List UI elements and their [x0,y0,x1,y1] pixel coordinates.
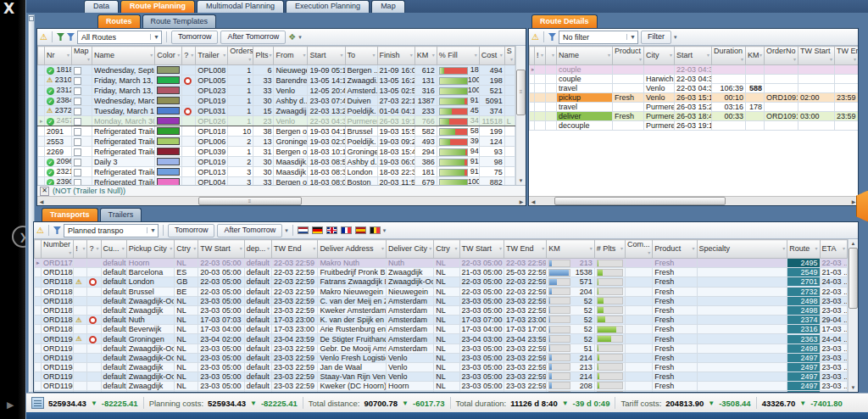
route-badge[interactable]: 2497 [787,372,819,381]
details-horizontal-scrollbar[interactable]: ◀▶ [529,196,858,205]
transport-row[interactable]: ORD1193defaultZwaagdijk-OostNL23-03 05:0… [35,353,848,362]
column-header[interactable]: Product▾ [653,240,697,259]
column-header[interactable]: ?▾ [87,240,101,259]
column-header[interactable]: Route▾ [787,240,820,259]
column-filter-icon[interactable]: ▾ [693,244,695,254]
column-filter-icon[interactable]: ▾ [410,51,413,60]
map-checkbox[interactable] [74,169,81,176]
column-filter-icon[interactable]: ▾ [150,51,153,60]
route-badge[interactable]: 2316 [787,325,819,333]
transport-view-dropdown[interactable]: Planned transpo▼ [64,224,159,237]
warning-icon[interactable]: ⚠ [531,33,539,42]
transport-row[interactable]: ORD1196defaultZwaagdijkNL23-03 05:00defa… [35,381,848,390]
column-filter-icon[interactable]: ▾ [499,244,502,254]
transport-row[interactable]: ▸ORD1172defaultHoornNL22-03 05:00default… [35,259,848,268]
column-header[interactable]: KM▾ [547,240,594,259]
column-header[interactable]: ▾ [546,47,557,65]
scroll-left-icon[interactable]: ◀ [37,198,46,204]
map-checkbox[interactable] [74,138,81,146]
column-header[interactable]: KM▾ [746,47,765,65]
column-filter-icon[interactable]: ▾ [97,244,99,254]
route-detail-row[interactable]: coupleHarwich22-03 04:35 [530,75,859,84]
route-badge[interactable]: 2497 [787,391,819,392]
routes-vertical-scrollbar[interactable]: ≡▼ [515,46,526,185]
column-filter-icon[interactable]: ▾ [303,51,305,60]
column-header[interactable]: % Fill▾ [437,47,479,65]
column-filter-icon[interactable]: ▾ [87,55,90,64]
transport-row[interactable]: ORD1188⚠defaultNuthNL17-03 07:03default1… [35,315,848,325]
route-view-dropdown[interactable]: All Routes▼ [77,31,162,44]
column-filter-icon[interactable]: ▾ [191,51,193,60]
column-filter-icon[interactable]: ▾ [170,244,172,254]
column-header[interactable]: Map▾ [72,47,92,65]
rail-collapse-icon[interactable] [29,16,34,21]
column-header[interactable]: OrderNo▾ [765,47,798,65]
column-filter-icon[interactable]: ▾ [815,244,818,254]
column-header[interactable]: # Plts▾ [594,240,625,259]
transport-row[interactable]: ORD1191defaultZwaagdijk-OostNL23-03 05:0… [35,344,848,353]
column-header[interactable]: Com...▾ [625,240,652,259]
column-header[interactable]: Specialty▾ [697,240,787,259]
column-filter-icon[interactable]: ▾ [69,249,71,258]
column-filter-icon[interactable]: ▾ [313,244,315,254]
column-header[interactable]: dep...▾ [244,240,271,259]
button-tomorrow[interactable]: Tomorrow [171,31,219,44]
column-filter-icon[interactable]: ▾ [830,55,832,64]
flag-gb-icon[interactable] [326,226,337,234]
route-badge[interactable]: 2701 [787,277,819,286]
column-filter-icon[interactable]: ▾ [373,51,376,60]
route-row[interactable]: 2091Refrigerated Trailer...OPL0181038Ber… [38,126,515,137]
transport-row[interactable]: ORD1185defaultBrusselBE22-03 05:00defaul… [35,287,848,296]
column-header[interactable]: Plts▾ [253,47,274,65]
route-badge[interactable]: 2495 [787,259,819,267]
button-tomorrow[interactable]: Tomorrow [168,224,215,237]
column-filter-icon[interactable]: ▾ [240,244,242,254]
button-after-tomorrow[interactable]: After Tomorrow [217,224,282,237]
column-header[interactable]: Start▾ [675,47,712,65]
scroll-down-icon[interactable]: ▼ [849,383,858,392]
column-filter-icon[interactable]: ▾ [177,51,180,60]
column-filter-icon[interactable]: ▾ [341,51,343,60]
column-filter-icon[interactable]: ▾ [432,51,435,60]
tab-trailers[interactable]: Trailers [100,208,142,221]
column-filter-icon[interactable]: ▾ [541,51,543,60]
column-header[interactable]: KM▾ [415,47,437,65]
column-header[interactable]: ETA▾ [820,240,847,259]
route-detail-row[interactable]: ▸couple22-03 04:35 [530,65,859,75]
route-badge[interactable]: 2498 [787,297,819,305]
column-header[interactable]: ?▾ [182,47,196,65]
column-header[interactable]: TW Start▾ [459,240,504,259]
route-row[interactable]: ⚠ 2372Tuesday, March 17,...OPL031115Zwaa… [38,106,515,116]
route-row[interactable]: ✓ 1818Wednesday, Septe...OPL00816Nieuweg… [38,65,515,75]
column-filter-icon[interactable]: ▾ [639,55,642,64]
column-filter-icon[interactable]: ▾ [500,51,503,60]
column-filter-icon[interactable]: ▾ [455,244,458,254]
transport-row[interactable]: ORD1182⚠defaultLondonGB22-03 05:00defaul… [35,277,848,288]
routes-horizontal-scrollbar[interactable]: ◀≡▶ [37,196,526,205]
column-filter-icon[interactable]: ▾ [670,51,672,60]
route-row[interactable]: ✓ 2321Refrigerated Trailer...OPL013330Ma… [38,167,515,177]
transport-row[interactable]: ORD1195defaultZwaagdijk-OostNL23-03 05:0… [35,372,848,381]
flag-de-icon[interactable] [312,226,323,234]
route-detail-row[interactable]: travelVenlo22-03 04:35106:39588 [530,84,859,93]
column-header[interactable]: !▾ [535,47,546,65]
toolbar-overflow-icon[interactable]: ▾ [674,34,677,41]
tab-routes[interactable]: Routes [97,14,141,28]
transport-row[interactable]: ORD1189defaultBeverwijkNL17-03 04:00defa… [35,325,848,334]
tab-data[interactable]: Data [84,0,119,13]
column-filter-icon[interactable]: ▾ [475,51,477,60]
column-header[interactable]: Number▾ [42,240,74,259]
tab-multimodal-planning[interactable]: Multimodal Planning [197,0,284,13]
tab-transports[interactable]: Transports [42,208,98,221]
column-header[interactable]: !▾ [74,240,87,259]
route-row[interactable]: ✓ 2096Daily 3OPL019230Maasdijk.18-03 08:… [38,157,515,167]
scroll-right-icon[interactable]: ▶ [517,198,526,204]
column-header[interactable]: Pickup City▾ [126,240,174,259]
column-header[interactable]: S▾ [504,47,515,65]
column-filter-icon[interactable]: ▾ [707,51,709,60]
transports-vertical-scrollbar[interactable]: ▲▼ [848,239,858,392]
column-filter-icon[interactable]: ▾ [793,55,796,64]
flags-overflow-icon[interactable]: ▾ [383,227,387,234]
route-detail-row[interactable]: deliverFreshPurmerend26-03 18:4000:33ORD… [530,112,859,121]
column-header[interactable]: Deliver Address▾ [318,240,387,259]
